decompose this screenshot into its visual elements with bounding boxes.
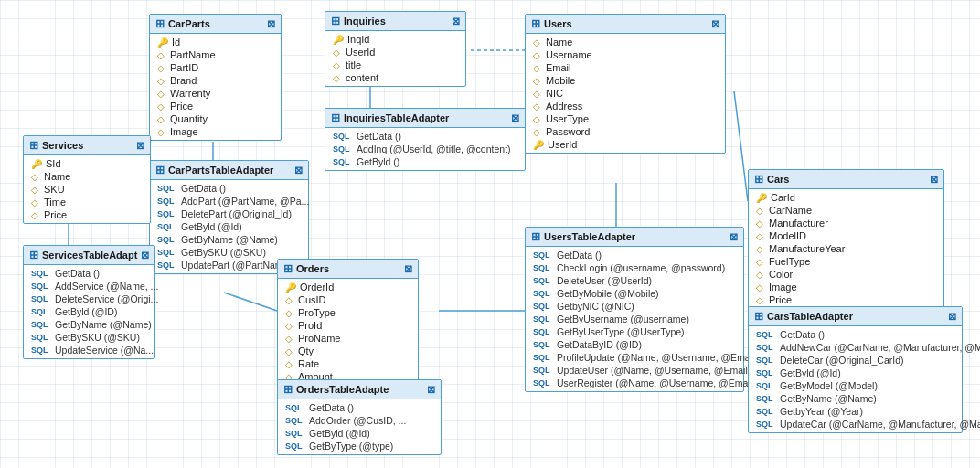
adapter-row: SQLGetData () [526, 249, 743, 261]
field-icon: ◇ [756, 295, 765, 305]
carparts-body: 🔑 Id ◇PartName ◇PartID ◇Brand ◇Warrenty … [150, 34, 281, 140]
services-adapter-body: SQLGetData () SQLAddService (@Name, ... … [24, 265, 154, 358]
adapter-row: SQLDeleteService (@Origi... [24, 292, 154, 305]
expand-icon[interactable]: ⊠ [452, 16, 460, 27]
adapter-row: SQLGetBySKU (@SKU) [150, 246, 308, 259]
users-title: Users [544, 18, 572, 29]
adapter-icon: ⊞ [283, 383, 293, 396]
expand-icon[interactable]: ⊠ [427, 384, 435, 396]
field-icon: ◇ [285, 359, 294, 369]
table-row: ◇UserType [526, 112, 725, 125]
expand-icon[interactable]: ⊠ [511, 112, 519, 124]
field-icon: ◇ [285, 321, 294, 331]
users-adapter-header: ⊞ UsersTableAdapter ⊠ [526, 228, 743, 247]
table-row: 🔑SId [24, 157, 150, 170]
adapter-row: SQLGetByModel (@Model) [749, 379, 962, 392]
field-icon: ◇ [533, 127, 542, 137]
table-icon: ⊞ [531, 17, 540, 30]
adapter-row: SQLGetByMobile (@Mobile) [526, 287, 743, 300]
expand-icon[interactable]: ⊠ [930, 174, 938, 186]
svg-line-7 [224, 292, 277, 311]
adapter-icon: ⊞ [754, 310, 763, 323]
inquiries-adapter-header: ⊞ InquiriesTableAdapter ⊠ [325, 109, 525, 128]
table-row: ◇Name [24, 170, 150, 183]
adapter-row: SQLUpdateService (@Na... [24, 344, 154, 356]
expand-icon[interactable]: ⊠ [711, 18, 719, 30]
field-icon: ◇ [533, 114, 542, 124]
table-row: ◇Password [526, 125, 725, 138]
adapter-row: SQLGetData () [278, 401, 441, 414]
field-icon: ◇ [756, 270, 765, 280]
adapter-row: SQLGetByld (@Id) [150, 220, 308, 233]
table-row: ◇content [325, 71, 465, 84]
adapter-row: SQLGetData () [150, 182, 308, 195]
adapter-row: SQLAddOrder (@CusID, ... [278, 414, 441, 427]
table-row: ◇Manufacturer [749, 217, 943, 229]
key-icon: 🔑 [157, 37, 168, 48]
field-icon: ◇ [333, 48, 342, 58]
adapter-row: SQLUpdateUser (@Name, @Username, @Email,… [526, 364, 743, 377]
table-row: ◇Image [749, 281, 943, 293]
expand-icon[interactable]: ⊠ [730, 231, 738, 243]
table-row: ◇PartID [150, 61, 281, 74]
carparts-title: CarParts [168, 18, 210, 29]
field-icon: ◇ [533, 63, 542, 73]
orders-table: ⊞ Orders ⊠ 🔑OrderId ◇CusID ◇ProType ◇Pro… [277, 259, 419, 386]
adapter-row: SQLGetData () [325, 130, 525, 143]
table-row: ◇Image [150, 125, 281, 138]
adapter-row: SQLCheckLogin (@username, @password) [526, 261, 743, 274]
services-adapter: ⊞ ServicesTableAdapt ⊠ SQLGetData () SQL… [23, 245, 155, 359]
expand-icon[interactable]: ⊠ [948, 311, 956, 323]
expand-icon[interactable]: ⊠ [267, 18, 275, 30]
expand-icon[interactable]: ⊠ [404, 263, 412, 275]
key-icon: 🔑 [756, 193, 767, 203]
expand-icon[interactable]: ⊠ [141, 250, 149, 261]
table-row: ◇Qty [278, 345, 418, 357]
adapter-icon: ⊞ [155, 164, 165, 176]
adapter-row: SQLGetBySKU (@SKU) [24, 331, 154, 344]
orders-adapter: ⊞ OrdersTableAdapte ⊠ SQLGetData () SQLA… [277, 379, 442, 455]
field-icon: ◇ [333, 60, 342, 70]
field-icon: ◇ [157, 50, 166, 60]
inquiries-adapter: ⊞ InquiriesTableAdapter ⊠ SQLGetData () … [325, 108, 526, 171]
field-icon: ◇ [31, 197, 40, 207]
field-icon: ◇ [285, 334, 294, 344]
cars-adapter-body: SQLGetData () SQLAddNewCar (@CarName, @M… [749, 326, 962, 432]
table-row: ◇Brand [150, 74, 281, 87]
orders-body: 🔑OrderId ◇CusID ◇ProType ◇ProId ◇ProName… [278, 279, 418, 385]
adapter-row: SQLUserRegister (@Name, @Username, @Emai… [526, 377, 743, 389]
adapter-row: SQLGetData () [749, 328, 962, 341]
adapter-icon: ⊞ [531, 230, 540, 243]
table-row: ◇Warrenty [150, 87, 281, 100]
table-icon: ⊞ [283, 262, 293, 275]
carparts-table: ⊞ CarParts ⊠ 🔑 Id ◇PartName ◇PartID ◇Bra… [149, 14, 282, 141]
table-row: 🔑UserId [526, 138, 725, 151]
adapter-row: SQLGetByName (@Name) [24, 318, 154, 331]
field-icon: ◇ [285, 308, 294, 318]
carparts-adapter-header: ⊞ CarPartsTableAdapter ⊠ [150, 161, 308, 180]
field-icon: ◇ [533, 89, 542, 99]
table-row: ◇FuelType [749, 255, 943, 268]
key-icon: 🔑 [533, 140, 544, 150]
key-icon: 🔑 [285, 282, 296, 292]
table-row: ◇Rate [278, 357, 418, 370]
adapter-row: SQLGetByld () [325, 155, 525, 168]
orders-adapter-header: ⊞ OrdersTableAdapte ⊠ [278, 380, 441, 399]
table-row: 🔑OrderId [278, 281, 418, 293]
adapter-row: SQLProfileUpdate (@Name, @Username, @Ema… [526, 351, 743, 364]
table-row: ◇CarName [749, 204, 943, 217]
field-icon: ◇ [756, 257, 765, 267]
orders-header: ⊞ Orders ⊠ [278, 260, 418, 279]
services-table: ⊞ Services ⊠ 🔑SId ◇Name ◇SKU ◇Time ◇Pric… [23, 135, 151, 224]
expand-icon[interactable]: ⊠ [294, 165, 303, 176]
field-icon: ◇ [756, 206, 765, 216]
field-icon: ◇ [157, 63, 166, 73]
table-icon: ⊞ [29, 139, 38, 152]
table-row: ◇Time [24, 196, 150, 208]
adapter-row: SQLGetByType (@type) [278, 440, 441, 452]
table-row: ◇ModelID [749, 229, 943, 242]
field-icon: ◇ [533, 50, 542, 60]
expand-icon[interactable]: ⊠ [136, 140, 144, 152]
field-icon: ◇ [333, 73, 342, 83]
adapter-row: SQLGetByld (@Id) [749, 367, 962, 379]
